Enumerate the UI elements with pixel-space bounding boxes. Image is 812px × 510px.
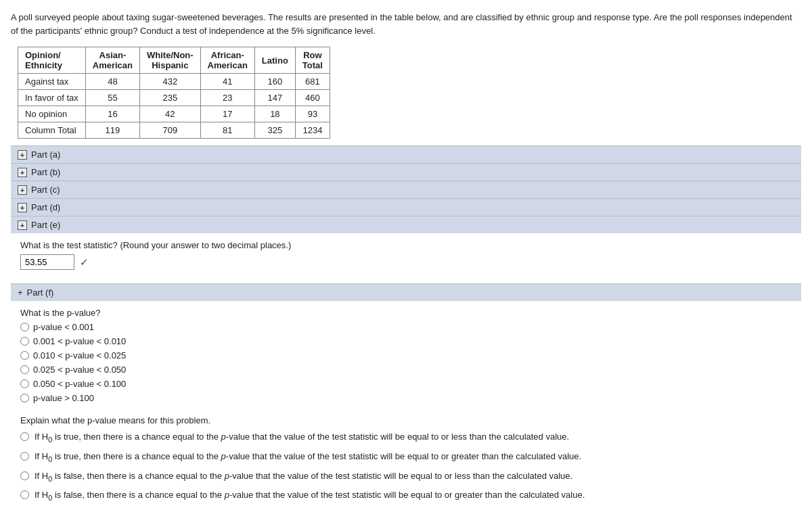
pvalue-radio-4[interactable] bbox=[20, 365, 29, 374]
row-nopinion-african: 17 bbox=[200, 106, 254, 122]
part-a-section[interactable]: + Part (a) bbox=[11, 145, 801, 163]
pvalue-option-5[interactable]: 0.050 < p-value < 0.100 bbox=[20, 379, 792, 389]
explain-radio-4[interactable] bbox=[20, 490, 29, 499]
col-header-latino: Latino bbox=[254, 47, 295, 74]
part-c-toggle-icon: + bbox=[18, 185, 27, 195]
row-against-tax-latino: 160 bbox=[254, 74, 295, 90]
explain-option-3[interactable]: If H0 is false, then there is a chance e… bbox=[20, 470, 792, 484]
table-row: No opinion 16 42 17 18 93 bbox=[18, 106, 330, 122]
pvalue-label-4: 0.025 < p-value < 0.050 bbox=[33, 365, 126, 375]
part-d-toggle-icon: + bbox=[18, 203, 27, 212]
explain-label-1: If H0 is true, then there is a chance eq… bbox=[35, 431, 569, 445]
row-infavor-latino: 147 bbox=[254, 90, 295, 106]
row-col-total-total: 1234 bbox=[295, 122, 330, 139]
pvalue-label-6: p-value > 0.100 bbox=[33, 393, 94, 403]
explain-option-1[interactable]: If H0 is true, then there is a chance eq… bbox=[20, 431, 792, 445]
pvalue-option-4[interactable]: 0.025 < p-value < 0.050 bbox=[20, 365, 792, 375]
pvalue-radio-3[interactable] bbox=[20, 351, 29, 360]
row-infavor-white: 235 bbox=[140, 90, 201, 106]
intro-text: A poll surveyed people about taxing suga… bbox=[11, 11, 801, 37]
explain-label-2: If H0 is true, then there is a chance eq… bbox=[35, 450, 581, 465]
pvalue-option-6[interactable]: p-value > 0.100 bbox=[20, 393, 792, 403]
part-d-label: Part (d) bbox=[31, 202, 60, 212]
part-b-section[interactable]: + Part (b) bbox=[11, 163, 801, 181]
explain-radio-1[interactable] bbox=[20, 432, 29, 441]
col-header-row-total: RowTotal bbox=[295, 47, 330, 74]
explain-option-4[interactable]: If H0 is false, then there is a chance e… bbox=[20, 489, 792, 503]
pvalue-radio-group: p-value < 0.001 0.001 < p-value < 0.010 … bbox=[20, 322, 792, 403]
pvalue-radio-1[interactable] bbox=[20, 323, 29, 331]
row-against-tax-asian: 48 bbox=[85, 74, 139, 90]
part-f-toggle-icon: + bbox=[18, 287, 23, 298]
col-header-asian: Asian-American bbox=[85, 47, 139, 74]
part-c-section[interactable]: + Part (c) bbox=[11, 181, 801, 198]
pvalue-radio-6[interactable] bbox=[20, 394, 29, 402]
part-e-content: What is the test statistic? (Round your … bbox=[11, 233, 801, 277]
col-header-white: White/Non-Hispanic bbox=[140, 47, 201, 74]
row-against-tax-african: 41 bbox=[200, 74, 254, 90]
col-header-opinion: Opinion/Ethnicity bbox=[18, 47, 86, 74]
explain-radio-2[interactable] bbox=[20, 452, 29, 461]
row-against-tax-total: 681 bbox=[295, 74, 330, 90]
part-e-label: Part (e) bbox=[31, 220, 60, 230]
row-col-total-label: Column Total bbox=[18, 122, 86, 139]
part-f-label: Part (f) bbox=[27, 287, 54, 298]
row-nopinion-white: 42 bbox=[140, 106, 201, 122]
explain-options: If H0 is true, then there is a chance eq… bbox=[20, 431, 792, 503]
test-statistic-question: What is the test statistic? (Round your … bbox=[20, 240, 792, 250]
pvalue-option-1[interactable]: p-value < 0.001 bbox=[20, 322, 792, 332]
part-e-toggle-icon: + bbox=[18, 221, 27, 230]
pvalue-radio-5[interactable] bbox=[20, 379, 29, 388]
table-row: Against tax 48 432 41 160 681 bbox=[18, 74, 330, 90]
row-nopinion-label: No opinion bbox=[18, 106, 86, 122]
explain-radio-3[interactable] bbox=[20, 471, 29, 480]
pvalue-label-1: p-value < 0.001 bbox=[33, 322, 94, 332]
row-infavor-label: In favor of tax bbox=[18, 90, 86, 106]
row-against-tax-white: 432 bbox=[140, 74, 201, 90]
pvalue-option-3[interactable]: 0.010 < p-value < 0.025 bbox=[20, 350, 792, 361]
part-f-section[interactable]: + Part (f) bbox=[11, 283, 801, 301]
row-col-total-african: 81 bbox=[200, 122, 254, 139]
part-e-section[interactable]: + Part (e) bbox=[11, 216, 801, 233]
part-b-label: Part (b) bbox=[31, 167, 60, 177]
row-nopinion-total: 93 bbox=[295, 106, 330, 122]
row-infavor-total: 460 bbox=[295, 90, 330, 106]
row-infavor-asian: 55 bbox=[85, 90, 139, 106]
explain-label-4: If H0 is false, then there is a chance e… bbox=[35, 489, 585, 503]
checkmark-icon: ✓ bbox=[80, 256, 89, 269]
explain-label-3: If H0 is false, then there is a chance e… bbox=[35, 470, 572, 484]
pvalue-option-2[interactable]: 0.001 < p-value < 0.010 bbox=[20, 336, 792, 346]
table-row: Column Total 119 709 81 325 1234 bbox=[18, 122, 330, 139]
row-nopinion-asian: 16 bbox=[85, 106, 139, 122]
row-col-total-latino: 325 bbox=[254, 122, 295, 139]
pvalue-label-2: 0.001 < p-value < 0.010 bbox=[33, 336, 126, 346]
explain-title: Explain what the p-value means for this … bbox=[20, 415, 792, 425]
pvalue-question: What is the p-value? bbox=[20, 308, 792, 318]
part-d-section[interactable]: + Part (d) bbox=[11, 198, 801, 216]
table-row: In favor of tax 55 235 23 147 460 bbox=[18, 90, 330, 106]
row-against-tax-label: Against tax bbox=[18, 74, 86, 90]
explain-section: Explain what the p-value means for this … bbox=[20, 415, 792, 510]
test-statistic-input[interactable] bbox=[20, 254, 74, 270]
part-a-toggle-icon: + bbox=[18, 150, 27, 160]
pvalue-radio-2[interactable] bbox=[20, 337, 29, 346]
data-table-container: Opinion/Ethnicity Asian-American White/N… bbox=[18, 47, 801, 139]
pvalue-label-3: 0.010 < p-value < 0.025 bbox=[33, 350, 126, 361]
pvalue-label-5: 0.050 < p-value < 0.100 bbox=[33, 379, 126, 389]
part-c-label: Part (c) bbox=[31, 185, 60, 195]
explain-option-2[interactable]: If H0 is true, then there is a chance eq… bbox=[20, 450, 792, 465]
part-b-toggle-icon: + bbox=[18, 168, 27, 177]
survey-table: Opinion/Ethnicity Asian-American White/N… bbox=[18, 47, 330, 139]
row-col-total-asian: 119 bbox=[85, 122, 139, 139]
part-a-label: Part (a) bbox=[31, 149, 60, 160]
part-f-content: What is the p-value? p-value < 0.001 0.0… bbox=[11, 301, 801, 510]
row-nopinion-latino: 18 bbox=[254, 106, 295, 122]
row-col-total-white: 709 bbox=[140, 122, 201, 139]
col-header-african: African-American bbox=[200, 47, 254, 74]
row-infavor-african: 23 bbox=[200, 90, 254, 106]
